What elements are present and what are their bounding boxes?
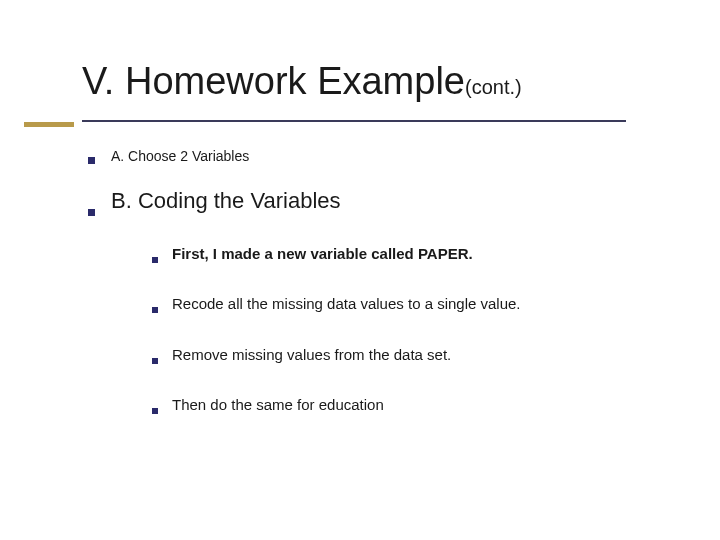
title-underline xyxy=(82,120,626,122)
slide-body: A. Choose 2 Variables B. Coding the Vari… xyxy=(88,148,668,445)
list-item-text: A. Choose 2 Variables xyxy=(111,148,249,164)
square-bullet-icon xyxy=(152,257,158,263)
square-bullet-icon xyxy=(88,209,95,216)
list-item-text: Remove missing values from the data set. xyxy=(172,345,451,365)
square-bullet-icon xyxy=(152,408,158,414)
list-item: Remove missing values from the data set. xyxy=(152,345,668,365)
list-item-text: Then do the same for education xyxy=(172,395,384,415)
list-item: First, I made a new variable called PAPE… xyxy=(152,244,668,264)
sub-list: First, I made a new variable called PAPE… xyxy=(152,244,668,415)
list-item-text: B. Coding the Variables xyxy=(111,188,341,214)
list-item-text: First, I made a new variable called PAPE… xyxy=(172,244,473,264)
list-item: Then do the same for education xyxy=(152,395,668,415)
list-item: Recode all the missing data values to a … xyxy=(152,294,668,314)
slide-title: V. Homework Example xyxy=(82,60,465,102)
square-bullet-icon xyxy=(88,157,95,164)
list-item-text: Recode all the missing data values to a … xyxy=(172,294,521,314)
title-area: V. Homework Example(cont.) xyxy=(82,62,672,100)
slide: V. Homework Example(cont.) A. Choose 2 V… xyxy=(0,0,720,540)
list-item: A. Choose 2 Variables xyxy=(88,148,668,164)
title-underline-accent xyxy=(24,122,74,127)
slide-title-suffix: (cont.) xyxy=(465,76,522,98)
square-bullet-icon xyxy=(152,358,158,364)
list-item: B. Coding the Variables xyxy=(88,188,668,214)
square-bullet-icon xyxy=(152,307,158,313)
